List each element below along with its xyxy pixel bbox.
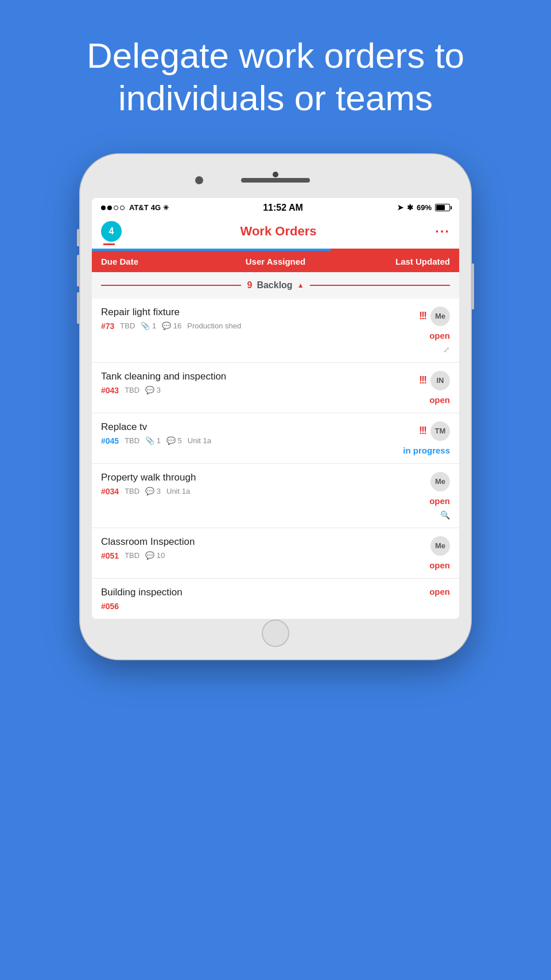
work-order-title: Building inspection <box>101 587 387 598</box>
user-avatar: TM <box>430 421 450 441</box>
status-bar: AT&T 4G ✳ 11:52 AM ➤ ✱ 69% <box>92 198 459 215</box>
bluetooth-icon: ✱ <box>407 203 413 212</box>
work-order-number: #73 <box>101 321 114 331</box>
comment-count: 💬 3 <box>145 487 161 495</box>
work-order-meta: #034 TBD 💬 3 Unit 1a <box>101 487 387 496</box>
table-row[interactable]: Classroom Inspection #051 TBD 💬 10 Me op… <box>92 528 459 579</box>
hero-text: Delegate work orders to individuals or t… <box>0 0 551 143</box>
work-order-title: Tank cleaning and inspection <box>101 371 387 382</box>
badge-count: 4 <box>109 226 114 237</box>
due-date-value: TBD <box>125 436 139 445</box>
work-order-number: #051 <box>101 551 119 560</box>
priority-user-row: !!! Me <box>419 307 450 326</box>
status-badge: open <box>429 496 450 506</box>
location-label: Unit 1a <box>166 487 190 495</box>
work-order-details: Replace tv #045 TBD 📎 1 💬 5 Unit 1a <box>101 421 387 446</box>
backlog-count: 9 <box>247 280 252 290</box>
notification-badge[interactable]: 4 <box>101 221 122 242</box>
work-order-number: #034 <box>101 487 119 496</box>
comment-count: 💬 3 <box>145 386 161 394</box>
table-row[interactable]: Replace tv #045 TBD 📎 1 💬 5 Unit 1a !!! … <box>92 413 459 464</box>
status-left: AT&T 4G ✳ <box>101 203 169 212</box>
battery-percent: 69% <box>417 203 432 212</box>
volume-down-button <box>77 292 80 324</box>
status-right: ➤ ✱ 69% <box>397 203 450 212</box>
table-row[interactable]: Tank cleaning and inspection #043 TBD 💬 … <box>92 363 459 413</box>
page-title: Work Orders <box>240 224 317 239</box>
priority-icon: !!! <box>419 310 426 322</box>
work-order-details: Tank cleaning and inspection #043 TBD 💬 … <box>101 371 387 395</box>
section-line-right <box>310 285 450 286</box>
location-label: Production shed <box>187 321 241 330</box>
due-date-value: TBD <box>125 551 139 560</box>
home-button[interactable] <box>262 619 289 647</box>
due-date-header: Due Date <box>101 257 218 266</box>
work-order-status: Me open <box>387 536 450 570</box>
phone-speaker <box>241 178 310 183</box>
loading-icon: ✳ <box>163 204 169 212</box>
battery-indicator <box>435 204 450 211</box>
priority-user-row: !!! TM <box>419 421 450 441</box>
priority-user-row: Me <box>430 536 450 556</box>
user-avatar: Me <box>430 472 450 491</box>
work-order-number: #043 <box>101 386 119 395</box>
column-headers: Due Date User Assigned Last Updated <box>92 251 459 272</box>
status-badge: in progress <box>403 446 450 455</box>
battery-box <box>435 204 450 211</box>
work-order-number: #045 <box>101 436 119 446</box>
work-order-meta: #045 TBD 📎 1 💬 5 Unit 1a <box>101 436 387 446</box>
attachment-count: 📎 1 <box>145 436 161 445</box>
due-date-value: TBD <box>120 321 135 330</box>
section-line-left <box>101 285 241 286</box>
comment-count: 💬 5 <box>166 436 182 445</box>
status-time: 11:52 AM <box>263 203 303 213</box>
search-icon: 🔍 <box>440 510 450 520</box>
location-icon: ➤ <box>397 203 403 212</box>
priority-icon: !!! <box>419 425 426 437</box>
backlog-label: Backlog <box>257 280 292 290</box>
status-badge: open <box>429 395 450 405</box>
scroll-indicator-bar <box>92 249 459 251</box>
work-order-meta: #043 TBD 💬 3 <box>101 386 387 395</box>
signal-dot-1 <box>101 206 106 210</box>
backlog-section-header: 9 Backlog ▲ <box>92 272 459 299</box>
section-label[interactable]: 9 Backlog ▲ <box>247 280 304 290</box>
due-date-value: TBD <box>125 386 139 394</box>
work-order-number: #056 <box>101 602 119 611</box>
work-order-details: Repair light fixture #73 TBD 📎 1 💬 16 Pr… <box>101 307 387 331</box>
phone-top <box>92 166 459 195</box>
more-menu-button[interactable]: ··· <box>435 223 450 239</box>
table-row[interactable]: Repair light fixture #73 TBD 📎 1 💬 16 Pr… <box>92 299 459 363</box>
work-order-title: Repair light fixture <box>101 307 387 318</box>
work-order-title: Property walk through <box>101 472 387 483</box>
signal-dot-3 <box>114 206 118 210</box>
comment-count: 💬 16 <box>162 321 181 330</box>
table-row[interactable]: Building inspection #056 open <box>92 579 459 619</box>
phone-bottom <box>92 619 459 648</box>
priority-user-row: !!! IN <box>419 371 450 390</box>
user-assigned-header: User Assigned <box>218 257 334 266</box>
volume-up-button <box>77 255 80 286</box>
expand-icon: ⤢ <box>443 345 450 354</box>
last-updated-header: Last Updated <box>333 257 450 266</box>
location-label: Unit 1a <box>188 436 211 445</box>
battery-fill <box>436 205 445 210</box>
user-avatar: Me <box>430 536 450 556</box>
table-row[interactable]: Property walk through #034 TBD 💬 3 Unit … <box>92 464 459 528</box>
priority-user-row: Me <box>430 472 450 491</box>
user-avatar: IN <box>430 371 450 390</box>
phone-screen: AT&T 4G ✳ 11:52 AM ➤ ✱ 69% <box>92 198 459 619</box>
collapse-arrow-icon: ▲ <box>297 281 304 289</box>
status-badge: open <box>429 560 450 570</box>
work-order-meta: #73 TBD 📎 1 💬 16 Production shed <box>101 321 387 331</box>
front-camera <box>195 176 203 184</box>
comment-count: 💬 10 <box>145 551 165 560</box>
carrier-label: AT&T <box>129 203 149 212</box>
work-order-status: !!! TM in progress <box>387 421 450 455</box>
work-order-title: Classroom Inspection <box>101 536 387 548</box>
work-order-details: Building inspection #056 <box>101 587 387 611</box>
status-badge: open <box>429 331 450 340</box>
work-order-details: Classroom Inspection #051 TBD 💬 10 <box>101 536 387 560</box>
nav-bar: 4 Work Orders ··· <box>92 215 459 249</box>
work-order-status: !!! IN open <box>387 371 450 405</box>
